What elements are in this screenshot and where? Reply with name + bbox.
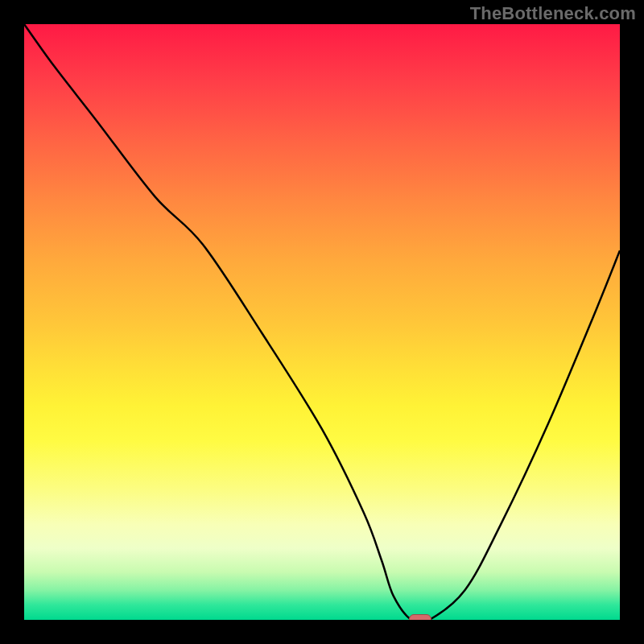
plot-area [24,24,620,620]
chart-line [24,24,620,620]
watermark-text: TheBottleneck.com [470,3,636,24]
chart-container: TheBottleneck.com [0,0,644,644]
optimal-point-marker [409,614,431,620]
